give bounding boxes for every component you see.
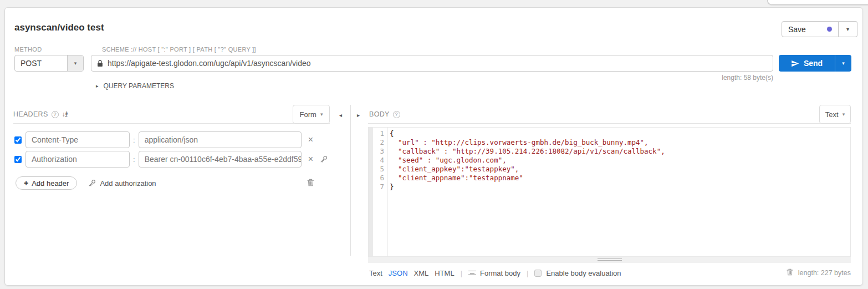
headers-actions-row: + Add header Add authorization (16, 176, 156, 190)
clear-headers-trash-icon[interactable] (307, 179, 314, 189)
add-header-button[interactable]: + Add header (16, 176, 77, 190)
add-authorization-label: Add authorization (100, 179, 156, 187)
request-editor-card: asynscan/video test Save ▾ METHOD SCHEME… (4, 7, 863, 286)
body-format-tab-html[interactable]: HTML (435, 269, 454, 277)
lock-icon (97, 59, 103, 67)
code-line: } (390, 182, 850, 191)
remove-header-icon[interactable]: × (308, 135, 313, 145)
method-value: POST (15, 55, 67, 71)
format-align-icon (468, 271, 476, 275)
unsaved-changes-dot-icon (827, 27, 832, 32)
body-view-mode-select[interactable]: Text ▾ (819, 105, 851, 124)
header-value-input[interactable]: application/json (139, 131, 302, 148)
floating-panel-edge (767, 0, 868, 5)
method-label: METHOD (14, 46, 42, 53)
enable-evaluation-label: Enable body evaluation (546, 269, 621, 277)
key-icon (88, 179, 96, 187)
caret-down-icon: ▾ (842, 60, 845, 66)
header-row: Authorization : Bearer cn-00110c6f-4eb7-… (14, 151, 328, 168)
code-line: "callback" : "http://39.105.214.226:1808… (390, 147, 850, 156)
format-body-label: Format body (480, 269, 520, 277)
add-authorization-button[interactable]: Add authorization (88, 179, 156, 187)
authorization-key-icon[interactable] (320, 155, 328, 163)
url-length-note: length: 58 byte(s) (607, 74, 773, 82)
code-line: "client_appname":"testappname" (390, 174, 850, 182)
panel-splitter[interactable] (350, 105, 351, 256)
enable-body-evaluation-toggle[interactable]: Enable body evaluation (534, 269, 621, 277)
send-button[interactable]: Send (779, 55, 835, 72)
body-length-note: length: 227 bytes (798, 269, 851, 277)
editor-scroll-strip[interactable] (369, 128, 373, 256)
save-options-button[interactable]: ▾ (839, 21, 857, 37)
headers-panel-header: HEADERS ? ↓ AZ Form ▾ (13, 105, 330, 124)
body-footer: Text JSON XML HTML | Format body | Enabl… (369, 267, 851, 279)
headers-view-mode-value: Form (300, 110, 316, 119)
body-view-mode-value: Text (825, 110, 839, 119)
header-enabled-checkbox[interactable] (14, 156, 22, 163)
query-parameters-label: QUERY PARAMETERS (104, 82, 174, 90)
body-editor-text-area[interactable]: { "url" : "http://clips.vorwaerts-gmbh.d… (387, 128, 850, 256)
editor-line-numbers: 1 2 3 4 5 6 7 (373, 128, 387, 256)
header-enabled-checkbox[interactable] (14, 136, 22, 144)
help-icon[interactable]: ? (393, 111, 400, 118)
paper-plane-icon (791, 59, 799, 68)
collapse-left-icon[interactable]: ◂ (339, 112, 342, 118)
clear-body-trash-icon[interactable] (787, 268, 793, 277)
format-body-button[interactable]: Format body (468, 269, 520, 277)
caret-down-icon: ▾ (320, 111, 323, 117)
body-panel-header: BODY ? Text ▾ (368, 105, 851, 124)
sort-headers-icon[interactable]: ↓ AZ (62, 110, 68, 118)
header-value-input[interactable]: Bearer cn-00110c6f-4eb7-4baa-a55e-e2ddf5… (139, 151, 302, 168)
caret-down-icon: ▾ (846, 26, 849, 32)
remove-header-icon[interactable]: × (308, 154, 313, 164)
send-button-label: Send (804, 59, 823, 68)
method-select[interactable]: POST ▾ (14, 55, 84, 72)
url-value: https://apigate-test.glodon.com/ugc/api/… (108, 59, 311, 68)
headers-view-mode-select[interactable]: Form ▾ (293, 105, 330, 124)
caret-down-icon: ▾ (67, 55, 83, 71)
send-split-button: Send ▾ (779, 55, 851, 72)
disclosure-right-icon: ▸ (96, 83, 99, 89)
headers-title: HEADERS (13, 110, 48, 118)
header-row: Content-Type : application/json × (14, 131, 313, 148)
resize-grip-icon (598, 258, 622, 259)
resize-grip-icon (598, 260, 622, 261)
code-line: "client_appkey":"testappkey", (390, 165, 850, 174)
header-name-input[interactable]: Content-Type (25, 131, 130, 148)
add-header-label: Add header (32, 179, 69, 187)
body-editor: 1 2 3 4 5 6 7 { "url" : "http://clips.vo… (368, 127, 851, 257)
save-button[interactable]: Save (782, 21, 839, 37)
collapse-right-icon[interactable]: ▸ (357, 112, 360, 118)
body-title: BODY (369, 110, 390, 118)
header-separator: : (133, 155, 135, 164)
body-format-tab-text[interactable]: Text (369, 269, 382, 277)
send-options-button[interactable]: ▾ (835, 55, 851, 72)
url-scheme-label: SCHEME :// HOST [ ":" PORT ] [ PATH [ "?… (102, 46, 256, 53)
plus-icon: + (24, 179, 28, 187)
caret-down-icon: ▾ (843, 111, 845, 117)
save-split-button: Save ▾ (782, 21, 857, 37)
save-button-label: Save (788, 25, 806, 34)
body-format-tab-json[interactable]: JSON (389, 269, 408, 277)
url-input[interactable]: https://apigate-test.glodon.com/ugc/api/… (91, 55, 773, 72)
evaluation-checkbox[interactable] (534, 270, 542, 277)
help-icon[interactable]: ? (52, 111, 59, 118)
body-format-tab-xml[interactable]: XML (414, 269, 429, 277)
header-separator: : (133, 136, 135, 144)
request-title: asynscan/video test (14, 22, 104, 33)
query-parameters-toggle[interactable]: ▸ QUERY PARAMETERS (96, 82, 174, 90)
code-line: { (390, 129, 850, 138)
header-name-input[interactable]: Authorization (25, 151, 130, 168)
code-line: "seed" : "ugc.glodon.com", (390, 156, 850, 165)
editor-resize-handle[interactable] (368, 257, 851, 263)
code-line: "url" : "http://clips.vorwaerts-gmbh.de/… (390, 138, 850, 147)
